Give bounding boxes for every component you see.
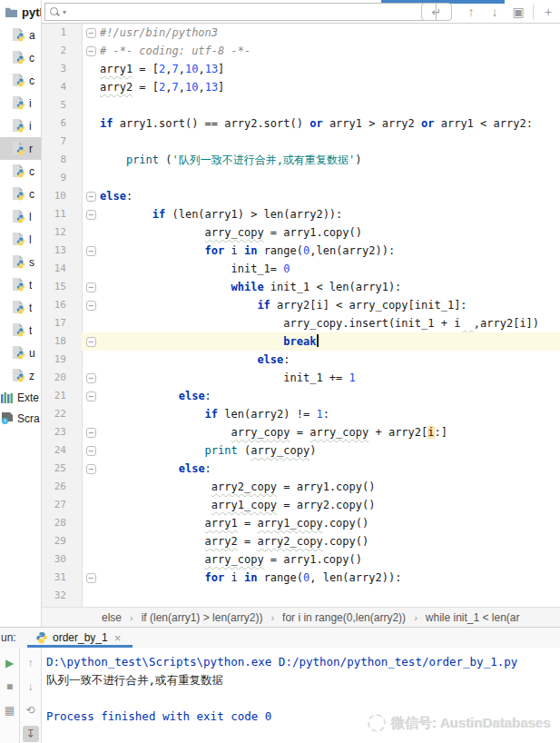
project-file-row[interactable]: a <box>0 24 41 46</box>
project-file-row[interactable]: t <box>0 319 41 342</box>
breadcrumb-item[interactable]: if (len(arry1) > len(arry2)) <box>142 611 263 624</box>
filter-search-icon[interactable]: ▣ <box>506 5 530 19</box>
project-file-row[interactable]: s <box>0 251 41 273</box>
code-line[interactable]: 17 arry_copy.insert(init_1 + i ,arry2[i]… <box>42 314 560 332</box>
project-root-row[interactable]: pytl <box>0 0 41 24</box>
code-line[interactable]: 5 <box>42 96 560 114</box>
line-number[interactable]: 26 <box>42 478 82 496</box>
fold-marker-icon[interactable]: − <box>86 46 96 56</box>
project-file-row[interactable]: c <box>0 160 41 183</box>
code-line[interactable]: 23− arry_copy = arry_copy + arry2[i:] <box>42 423 560 441</box>
line-number[interactable]: 30 <box>42 550 82 569</box>
fold-marker-icon[interactable]: − <box>86 28 96 38</box>
code-line-text[interactable]: while init_1 < len(arry1): <box>100 278 401 296</box>
line-number[interactable]: 17 <box>42 314 82 332</box>
code-line[interactable]: 14 init_1= 0 <box>42 260 560 278</box>
fold-marker-icon[interactable]: − <box>86 246 96 256</box>
code-line-text[interactable]: init_1 += 1 <box>100 369 356 387</box>
fold-marker-icon[interactable]: − <box>86 337 96 347</box>
code-line-text[interactable]: arry_copy = arry1.copy() <box>100 550 362 569</box>
line-number[interactable]: 3 <box>42 60 82 78</box>
line-number[interactable]: 18 <box>42 332 82 351</box>
line-number[interactable]: 27 <box>42 496 82 514</box>
fold-marker-icon[interactable]: − <box>86 573 96 583</box>
restore-layout-icon[interactable]: ▦ <box>2 702 18 718</box>
code-line[interactable]: 2−# -*- coding: utf-8 -*- <box>42 42 560 60</box>
code-line[interactable]: 8 print ('队列一致不进行合并,或有重复数据') <box>42 151 560 169</box>
line-number[interactable]: 23 <box>42 423 82 441</box>
breadcrumb-item[interactable]: while init_1 < len(ar <box>426 611 520 624</box>
search-options-chevron-icon[interactable]: ▾ <box>63 8 66 16</box>
project-file-row[interactable]: i <box>0 114 41 137</box>
sidebar-item-scratches[interactable]: Scra <box>0 408 41 429</box>
fold-marker-icon[interactable]: − <box>86 210 96 220</box>
line-number[interactable]: 19 <box>42 351 82 369</box>
fold-marker-icon[interactable]: − <box>86 391 96 401</box>
line-number[interactable]: 21 <box>42 387 82 405</box>
code-line[interactable]: 28 arry1 = arry1_copy.copy() <box>42 514 560 532</box>
line-number[interactable]: 1 <box>42 24 82 42</box>
code-line-text[interactable]: print ('队列一致不进行合并,或有重复数据') <box>100 151 361 169</box>
code-line[interactable]: 32 <box>42 587 560 605</box>
code-line[interactable]: 25− else: <box>42 460 560 478</box>
line-number[interactable]: 4 <box>42 78 82 96</box>
fold-marker-icon[interactable]: − <box>86 428 96 438</box>
add-occurrence-icon[interactable]: + <box>536 5 560 19</box>
line-number[interactable]: 7 <box>42 133 82 151</box>
fold-marker-icon[interactable]: − <box>86 373 96 383</box>
code-line[interactable]: 15− while init_1 < len(arry1): <box>42 278 560 296</box>
breadcrumb-item[interactable]: else <box>102 611 122 624</box>
line-number[interactable]: 11 <box>42 205 82 223</box>
code-line[interactable]: 26 arry2_copy = arry1.copy() <box>42 478 560 496</box>
project-file-row[interactable]: r <box>0 137 41 160</box>
code-line[interactable]: 16− if arry2[i] < arry_copy[init_1]: <box>42 296 560 314</box>
code-line-text[interactable]: #!/usr/bin/python3 <box>100 24 218 42</box>
code-line-text[interactable]: arry2_copy = arry1.copy() <box>100 478 375 496</box>
code-line[interactable]: 31− for i in range(0, len(arry2)): <box>42 569 560 587</box>
line-number[interactable]: 32 <box>42 587 82 605</box>
code-line[interactable]: 24− print (arry_copy) <box>42 441 560 460</box>
code-line-text[interactable]: for i in range(0,len(arry2)): <box>100 242 395 260</box>
line-number[interactable]: 29 <box>42 532 82 550</box>
code-line-text[interactable]: arry1_copy = arry2.copy() <box>100 496 375 514</box>
line-number[interactable]: 14 <box>42 260 82 278</box>
close-icon[interactable]: × <box>114 631 122 645</box>
project-file-row[interactable]: z <box>0 364 41 387</box>
code-line-text[interactable]: if len(arry2) != 1: <box>100 405 329 423</box>
down-stack-icon[interactable]: ↓ <box>23 679 39 695</box>
line-number[interactable]: 9 <box>42 169 82 187</box>
code-line-text[interactable]: else: <box>100 187 133 205</box>
code-editor[interactable]: 1−#!/usr/bin/python32−# -*- coding: utf-… <box>42 24 560 607</box>
previous-occurrence-icon[interactable]: ↑ <box>459 5 483 19</box>
code-line[interactable]: 12 arry_copy = arry1.copy() <box>42 223 560 242</box>
code-line-text[interactable]: print (arry_copy) <box>100 441 316 460</box>
code-line[interactable]: 13− for i in range(0,len(arry2)): <box>42 242 560 260</box>
search-input[interactable] <box>68 5 436 19</box>
up-stack-icon[interactable]: ↑ <box>23 655 39 671</box>
code-line-text[interactable]: for i in range(0, len(arry2)): <box>100 569 401 587</box>
code-line-text[interactable]: arry1 = arry1_copy.copy() <box>100 514 368 532</box>
line-number[interactable]: 25 <box>42 460 82 478</box>
code-line[interactable]: 22 if len(arry2) != 1: <box>42 405 560 423</box>
rerun-icon[interactable]: ▶ <box>2 655 18 671</box>
line-number[interactable]: 20 <box>42 369 82 387</box>
project-file-row[interactable]: l <box>0 205 41 228</box>
code-line[interactable]: 19 else: <box>42 351 560 369</box>
code-line-text[interactable]: if arry1.sort() == arry2.sort() or arry1… <box>100 114 533 133</box>
code-line[interactable]: 21− else: <box>42 387 560 405</box>
line-number[interactable]: 31 <box>42 569 82 587</box>
code-line-text[interactable]: arry_copy = arry_copy + arry2[i:] <box>100 423 447 441</box>
line-number[interactable]: 24 <box>42 441 82 460</box>
sidebar-item-external-libraries[interactable]: Exte <box>0 387 41 408</box>
breadcrumb-item[interactable]: for i in range(0,len(arry2)) <box>282 611 406 624</box>
line-number[interactable]: 22 <box>42 405 82 423</box>
code-line[interactable]: 3arry1 = [2,7,10,13] <box>42 60 560 78</box>
code-line[interactable]: 7 <box>42 133 560 151</box>
fold-marker-icon[interactable]: − <box>86 464 96 474</box>
code-line-text[interactable]: init_1= 0 <box>100 260 290 278</box>
code-line[interactable]: 10−else: <box>42 187 560 205</box>
project-file-row[interactable]: i <box>0 92 41 114</box>
line-number[interactable]: 13 <box>42 242 82 260</box>
code-line-text[interactable]: if arry2[i] < arry_copy[init_1]: <box>100 296 467 314</box>
code-line[interactable]: 1−#!/usr/bin/python3 <box>42 24 560 42</box>
